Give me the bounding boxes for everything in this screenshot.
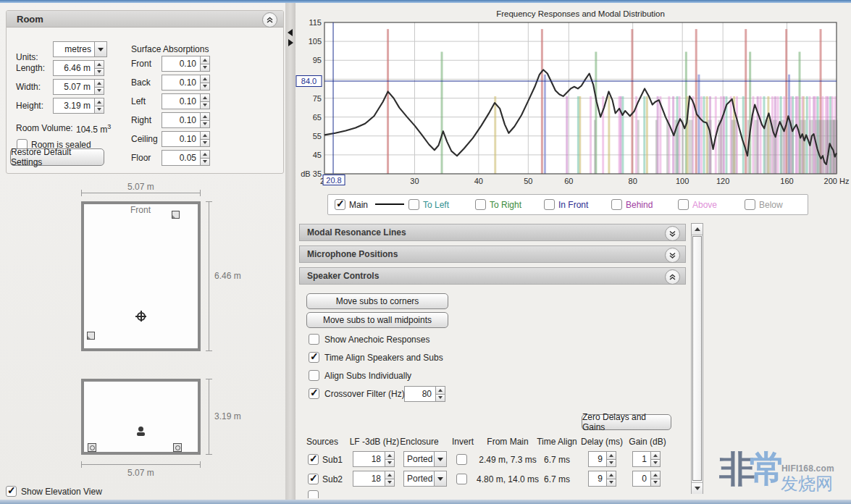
spin-down-icon[interactable] bbox=[201, 140, 210, 148]
speaker-option-checkbox[interactable] bbox=[309, 334, 319, 345]
speaker-option-checkbox[interactable] bbox=[309, 370, 319, 381]
absorption-spinner-value[interactable]: 0.05 bbox=[162, 150, 201, 166]
spin-up-icon[interactable] bbox=[436, 386, 445, 395]
spin-down-icon[interactable] bbox=[201, 159, 210, 167]
dimension-spinner[interactable]: 3.19 m bbox=[53, 98, 104, 114]
show-elevation-view-checkbox[interactable] bbox=[6, 486, 17, 497]
crossover-filter-spinner[interactable]: 80 bbox=[404, 386, 445, 402]
section-header-speaker-controls[interactable]: Speaker Controls bbox=[299, 267, 686, 285]
units-dropdown[interactable]: metres bbox=[53, 41, 107, 57]
speaker-option-checkbox[interactable] bbox=[309, 352, 319, 363]
room-panel-header[interactable]: Room bbox=[7, 11, 283, 28]
absorption-spinner-value[interactable]: 0.10 bbox=[162, 112, 201, 128]
spin-down-icon[interactable] bbox=[607, 460, 616, 468]
dimension-spinner-value[interactable]: 3.19 m bbox=[53, 98, 95, 114]
spin-down-icon[interactable] bbox=[95, 88, 104, 96]
dimension-spinner[interactable]: 6.46 m bbox=[53, 60, 104, 76]
spin-up-icon[interactable] bbox=[385, 471, 395, 479]
dimension-spinner-value[interactable]: 6.46 m bbox=[53, 60, 95, 76]
dropdown-arrow-icon[interactable] bbox=[435, 451, 447, 467]
spin-up-icon[interactable] bbox=[201, 56, 210, 64]
legend-checkbox-above[interactable] bbox=[678, 199, 689, 210]
absorption-spinner[interactable]: 0.10 bbox=[162, 56, 210, 72]
sub1-elevation-marker[interactable] bbox=[88, 443, 96, 452]
dimension-spinner-buttons[interactable] bbox=[95, 60, 104, 76]
sub1-checkbox[interactable] bbox=[308, 454, 319, 465]
dimension-spinner[interactable]: 5.07 m bbox=[53, 79, 104, 95]
absorption-spinner-buttons[interactable] bbox=[201, 150, 210, 166]
listener-plan-marker[interactable] bbox=[137, 312, 146, 321]
crossover-filter-value[interactable]: 80 bbox=[404, 386, 436, 402]
spin-up-icon[interactable] bbox=[201, 131, 210, 140]
dropdown-arrow-icon[interactable] bbox=[95, 41, 107, 57]
spin-down-icon[interactable] bbox=[95, 106, 104, 114]
spin-up-icon[interactable] bbox=[607, 471, 616, 479]
legend-checkbox-behind[interactable] bbox=[611, 199, 622, 210]
move-subs-to-corners-button[interactable]: Move subs to corners bbox=[306, 293, 448, 309]
splitter-collapse-left-icon[interactable] bbox=[288, 29, 293, 36]
spin-up-icon[interactable] bbox=[201, 112, 210, 121]
sub2-checkbox[interactable] bbox=[308, 474, 319, 484]
sub2-lf-spinner[interactable]: 18 bbox=[353, 471, 395, 487]
spin-up-icon[interactable] bbox=[201, 93, 210, 102]
sub1-plan-marker[interactable] bbox=[172, 211, 180, 219]
dimension-spinner-buttons[interactable] bbox=[95, 79, 104, 95]
absorption-spinner-value[interactable]: 0.10 bbox=[162, 56, 201, 72]
collapse-room-button[interactable] bbox=[262, 12, 277, 28]
spin-up-icon[interactable] bbox=[385, 451, 395, 460]
sections-scrollbar[interactable] bbox=[691, 223, 703, 494]
panel-splitter[interactable] bbox=[285, 3, 295, 500]
absorption-spinner[interactable]: 0.10 bbox=[162, 75, 210, 91]
legend-checkbox-main[interactable] bbox=[335, 199, 345, 210]
sub1-lf-spinner[interactable]: 18 bbox=[353, 451, 395, 467]
spin-up-icon[interactable] bbox=[201, 75, 210, 83]
listener-elevation-marker[interactable] bbox=[137, 427, 145, 436]
spin-down-icon[interactable] bbox=[201, 121, 210, 129]
legend-checkbox-to-left[interactable] bbox=[408, 199, 419, 210]
absorption-spinner[interactable]: 0.10 bbox=[162, 93, 210, 109]
sub2-invert-checkbox[interactable] bbox=[456, 474, 467, 484]
spin-down-icon[interactable] bbox=[651, 460, 661, 468]
sub1-gain-spinner-value[interactable]: 1 bbox=[632, 451, 651, 467]
dimension-spinner-buttons[interactable] bbox=[95, 98, 104, 114]
spin-down-icon[interactable] bbox=[607, 479, 616, 487]
scroll-up-button[interactable] bbox=[692, 224, 703, 235]
zero-delays-and-gains-button[interactable]: Zero Delays and Gains bbox=[582, 414, 671, 430]
sub2-gain-spinner-value[interactable]: 0 bbox=[632, 471, 651, 487]
legend-checkbox-to-right[interactable] bbox=[475, 199, 486, 210]
section-header-microphone-positions[interactable]: Microphone Positions bbox=[299, 245, 686, 263]
legend-checkbox-below[interactable] bbox=[745, 199, 755, 210]
sub1-gain-spinner[interactable]: 1 bbox=[632, 451, 661, 467]
sub2-enclosure-dropdown[interactable]: Ported bbox=[403, 471, 447, 487]
absorption-spinner[interactable]: 0.10 bbox=[162, 131, 210, 147]
spin-down-icon[interactable] bbox=[385, 460, 395, 468]
sub1-gain-spinner-buttons[interactable] bbox=[651, 451, 661, 467]
spin-down-icon[interactable] bbox=[385, 479, 395, 487]
absorption-spinner-value[interactable]: 0.10 bbox=[162, 75, 201, 91]
sub1-lf-spinner-value[interactable]: 18 bbox=[353, 451, 385, 467]
expand-section-button[interactable] bbox=[665, 248, 680, 263]
spin-up-icon[interactable] bbox=[95, 79, 104, 88]
units-value[interactable]: metres bbox=[53, 41, 95, 57]
sub2-elevation-marker[interactable] bbox=[173, 443, 182, 452]
sub1-delay-spinner-value[interactable]: 9 bbox=[588, 451, 607, 467]
move-subs-to-wall-midpoints-button[interactable]: Move subs to wall midpoints bbox=[306, 312, 448, 328]
splitter-collapse-right-icon[interactable] bbox=[288, 39, 293, 46]
sub2-enclosure-dropdown-value[interactable]: Ported bbox=[403, 471, 435, 487]
spin-down-icon[interactable] bbox=[651, 479, 661, 487]
dimension-spinner-value[interactable]: 5.07 m bbox=[53, 79, 95, 95]
absorption-spinner-value[interactable]: 0.10 bbox=[162, 131, 201, 147]
absorption-spinner-value[interactable]: 0.10 bbox=[162, 93, 201, 109]
absorption-spinner-buttons[interactable] bbox=[201, 112, 210, 128]
collapse-section-button[interactable] bbox=[665, 269, 680, 285]
spin-up-icon[interactable] bbox=[651, 471, 661, 479]
absorption-spinner-buttons[interactable] bbox=[201, 56, 210, 72]
scrollbar-thumb[interactable] bbox=[692, 236, 702, 481]
absorption-spinner[interactable]: 0.05 bbox=[162, 150, 210, 166]
sub1-delay-spinner[interactable]: 9 bbox=[588, 451, 616, 467]
sub2-lf-spinner-buttons[interactable] bbox=[385, 471, 395, 487]
spin-up-icon[interactable] bbox=[607, 451, 616, 460]
sub2-gain-spinner-buttons[interactable] bbox=[651, 471, 661, 487]
absorption-spinner[interactable]: 0.10 bbox=[162, 112, 210, 128]
expand-section-button[interactable] bbox=[665, 226, 680, 241]
